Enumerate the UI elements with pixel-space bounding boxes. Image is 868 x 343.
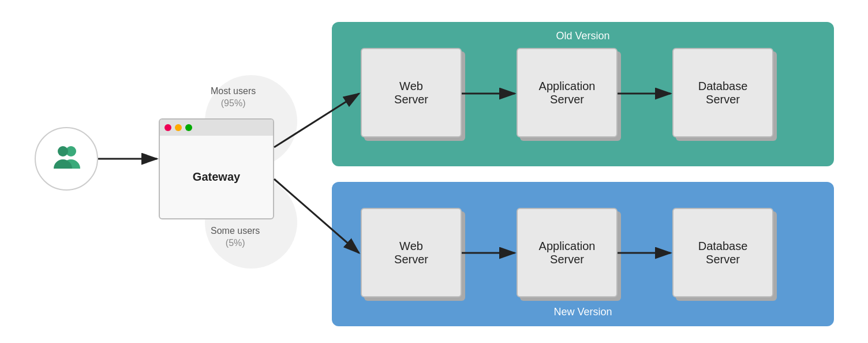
users-circle — [35, 127, 98, 191]
dot-green — [185, 124, 192, 131]
new-version-label: New Version — [332, 306, 834, 318]
web-server-new: WebServer — [361, 208, 462, 297]
old-version-label: Old Version — [332, 30, 834, 42]
users-icon — [50, 144, 83, 174]
db-server-old: DatabaseServer — [672, 48, 773, 137]
app-server-old: ApplicationServer — [517, 48, 618, 137]
gateway-titlebar — [160, 120, 273, 136]
web-server-old: WebServer — [361, 48, 462, 137]
label-most-users: Most users(95%) — [211, 85, 256, 110]
gateway-label: Gateway — [160, 136, 273, 218]
app-server-new: ApplicationServer — [517, 208, 618, 297]
db-server-new: DatabaseServer — [672, 208, 773, 297]
label-some-users: Some users(5%) — [211, 225, 260, 249]
dot-yellow — [175, 124, 182, 131]
dot-red — [164, 124, 171, 131]
diagram-container: Old Version New Version WebServer Applic… — [0, 0, 868, 343]
svg-point-1 — [58, 146, 68, 156]
gateway-window: Gateway — [159, 118, 274, 219]
